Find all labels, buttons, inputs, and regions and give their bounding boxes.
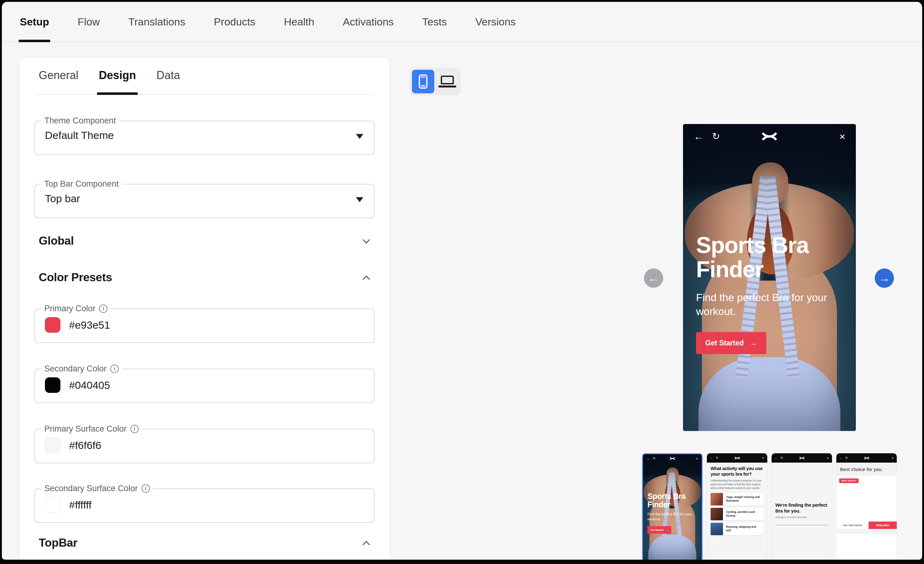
color-hex-value: #ffffff <box>69 499 92 511</box>
activity-option: Cycling, aerobics and boxing <box>711 508 764 520</box>
tab-flow[interactable]: Flow <box>78 2 100 42</box>
back-icon: ← <box>710 456 713 460</box>
activity-option: Yoga, weight training and floorwork <box>711 493 764 505</box>
primary-color-field[interactable]: Primary Color i #e93e51 <box>34 304 375 343</box>
arrow-left-icon: ← <box>648 272 659 285</box>
hero-title: Sports Bra Finder <box>696 233 820 282</box>
close-icon[interactable]: × <box>696 457 698 460</box>
section-title: Global <box>39 235 74 247</box>
color-hex-value: #f6f6f6 <box>69 439 101 451</box>
tab-products[interactable]: Products <box>214 2 255 42</box>
info-icon[interactable]: i <box>110 365 118 373</box>
chevron-down-icon <box>356 134 363 139</box>
field-label: Primary Surface Color <box>44 424 127 434</box>
thumb-topbar: ← ↻ × <box>772 453 832 463</box>
device-toggle <box>410 68 460 95</box>
info-icon[interactable]: i <box>130 425 139 433</box>
info-icon[interactable]: i <box>141 484 150 493</box>
hero-subtitle: Find the perfect Bra for your workout. <box>647 511 693 521</box>
tab-activations[interactable]: Activations <box>343 2 394 42</box>
arrow-right-icon: → <box>666 528 668 531</box>
see-alternatives-button: See Alternatives <box>836 522 868 529</box>
back-icon: ← <box>775 456 778 460</box>
secondary-surface-color-field[interactable]: Secondary Surface Color i #ffffff <box>34 484 375 523</box>
color-swatch[interactable] <box>45 378 60 393</box>
screen-title: What activity will you use your sports b… <box>711 466 764 477</box>
tab-translations[interactable]: Translations <box>128 2 185 42</box>
hero-subtitle: Find the perfect Bra for your workout. <box>696 290 832 319</box>
under-armour-logo-icon <box>734 456 740 460</box>
shop-now-button: Shop Now <box>868 522 897 529</box>
primary-surface-color-field[interactable]: Primary Surface Color i #f6f6f6 <box>34 424 375 463</box>
back-icon[interactable]: ← <box>647 457 650 460</box>
color-hex-value: #e93e51 <box>69 319 110 331</box>
tab-general[interactable]: General <box>39 69 78 94</box>
thumb-topbar: ← ↻ × <box>707 453 767 463</box>
hero-copy: Sports Bra Finder Find the perfect Bra f… <box>647 492 699 534</box>
screen-description: Understanding the primary purpose for yo… <box>711 479 764 490</box>
color-swatch[interactable] <box>45 317 60 333</box>
thumbnail-hero-selected[interactable]: ← ↻ × Sports Bra Finder Find the perfect… <box>642 453 702 559</box>
yoga-photo <box>711 493 723 505</box>
preview-hero: ← ↻ × Sports Bra Finder Find the perfect… <box>643 454 702 559</box>
tab-design[interactable]: Design <box>99 69 136 94</box>
panel-tabs: General Design Data <box>34 69 375 95</box>
top-nav: Setup Flow Translations Products Health … <box>2 2 922 42</box>
section-title: TopBar <box>39 536 78 549</box>
color-hex-value: #040405 <box>69 379 110 391</box>
info-icon[interactable]: i <box>99 304 108 313</box>
close-icon[interactable]: × <box>839 131 845 142</box>
refresh-icon[interactable]: ↻ <box>653 457 656 460</box>
preview-topbar: ← ↻ × <box>643 456 702 462</box>
top-bar-component-select[interactable]: Top Bar Component Top bar <box>34 179 375 218</box>
chevron-up-icon <box>362 541 370 548</box>
thumbnail-result-screen[interactable]: ← ↻ × Best choice for you. BEST MATCH Se… <box>836 453 897 559</box>
refresh-icon: ↻ <box>845 456 848 460</box>
back-icon: ← <box>839 456 843 460</box>
tab-data[interactable]: Data <box>156 69 180 94</box>
next-screen-button[interactable]: → <box>875 269 894 288</box>
section-title: Color Presets <box>39 271 112 284</box>
theme-component-select[interactable]: Theme Component Default Theme <box>34 116 375 155</box>
tab-setup[interactable]: Setup <box>20 2 49 42</box>
screen-thumbnails: ← ↻ × Sports Bra Finder Find the perfect… <box>642 453 897 559</box>
refresh-icon[interactable]: ↻ <box>712 132 720 141</box>
chevron-down-icon <box>362 236 370 244</box>
section-topbar-header[interactable]: TopBar <box>34 536 375 549</box>
app-window: Setup Flow Translations Products Health … <box>2 2 922 559</box>
get-started-button[interactable]: Get Started → <box>647 526 671 534</box>
hero-copy: Sports Bra Finder Find the perfect Bra f… <box>696 233 847 354</box>
laptop-icon <box>438 76 456 87</box>
field-label: Secondary Color <box>44 364 106 374</box>
close-icon: × <box>827 456 829 460</box>
color-swatch[interactable] <box>45 497 60 513</box>
tab-health[interactable]: Health <box>284 2 314 42</box>
close-icon: × <box>762 456 764 460</box>
activity-option: Running, skipping and HIIT <box>711 523 764 535</box>
field-label: Primary Color <box>44 304 95 313</box>
tab-versions[interactable]: Versions <box>475 2 515 42</box>
get-started-button[interactable]: Get Started → <box>696 332 766 354</box>
mobile-view-button[interactable] <box>412 70 434 93</box>
field-label: Top Bar Component <box>44 179 118 189</box>
previous-screen-button[interactable]: ← <box>644 269 663 288</box>
cycling-photo <box>711 508 723 520</box>
arrow-right-icon: → <box>750 339 757 347</box>
section-color-presets-header[interactable]: Color Presets <box>34 271 375 284</box>
back-icon[interactable]: ← <box>693 131 704 141</box>
color-swatch[interactable] <box>45 438 60 453</box>
close-icon: × <box>892 456 894 460</box>
arrow-right-icon: → <box>879 272 890 285</box>
thumbnail-activity-screen[interactable]: ← ↻ × What activity will you use your sp… <box>707 453 767 559</box>
thumb-topbar: ← ↻ × <box>836 453 897 463</box>
product-card: BEST MATCH <box>836 476 897 522</box>
secondary-color-field[interactable]: Secondary Color i #040405 <box>34 364 375 403</box>
refresh-icon: ↻ <box>781 456 783 460</box>
screen-subtitle: Just give us a few seconds... <box>776 516 828 519</box>
field-label: Secondary Surface Color <box>44 484 138 493</box>
section-global-header[interactable]: Global <box>34 235 375 247</box>
thumbnail-loading-screen[interactable]: ← ↻ × We're finding the perfect Bra for … <box>772 453 832 559</box>
tab-tests[interactable]: Tests <box>422 2 447 42</box>
desktop-view-button[interactable] <box>436 70 459 93</box>
settings-panel: General Design Data Theme Component Defa… <box>19 57 390 559</box>
